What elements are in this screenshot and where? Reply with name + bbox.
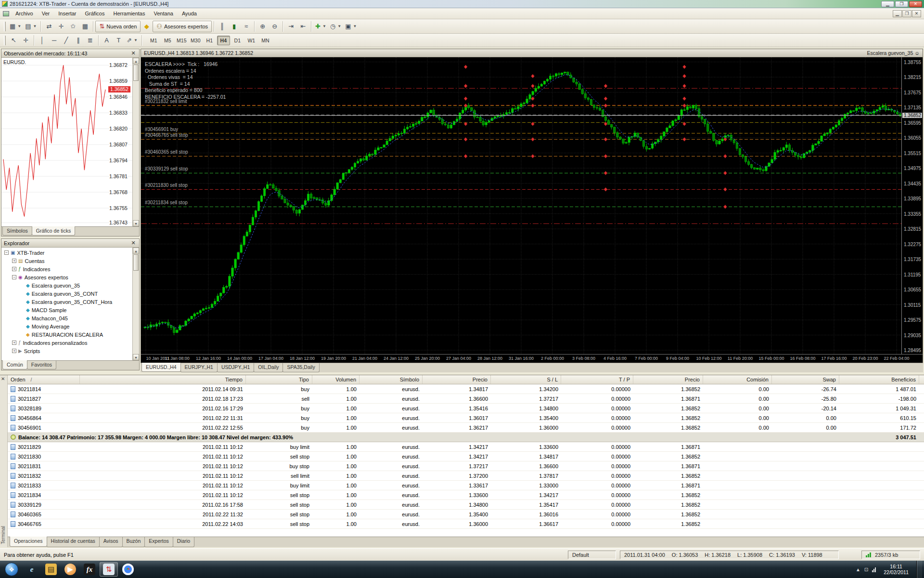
timeframe-m30[interactable]: M30 <box>189 36 202 45</box>
pending-order-row[interactable]: 304667652011.02.22 14:03sell stop1.00eur… <box>8 519 924 529</box>
zoom-out-button[interactable]: ⊖ <box>269 21 281 32</box>
text-button[interactable]: A <box>101 35 113 46</box>
channel-button[interactable]: ∥ <box>72 35 84 46</box>
scroll-up-icon[interactable]: ▲ <box>133 58 139 64</box>
line-chart-button[interactable]: ≈ <box>240 21 252 32</box>
menu-ayuda[interactable]: Ayuda <box>178 9 201 18</box>
tab-gr-fico-de-ticks[interactable]: Gráfico de ticks <box>32 226 75 236</box>
menu-herramientas[interactable]: Herramientas <box>109 9 149 18</box>
pending-order-row[interactable]: 304603652011.02.22 11:32sell stop1.00eur… <box>8 510 924 519</box>
tree-item-restauracion-escalera[interactable]: ◆RESTAURACION ESCALERA <box>1 330 139 339</box>
mdi-restore-button[interactable]: ❐ <box>902 10 911 17</box>
tree-item-cuentas[interactable]: +▤Cuentas <box>1 257 139 265</box>
label-button[interactable]: T <box>113 35 125 46</box>
terminal-tab-operaciones[interactable]: Operaciones <box>10 537 47 547</box>
horizontal-line-button[interactable]: ─ <box>48 35 60 46</box>
tray-window-icon[interactable]: ⊡ <box>864 567 868 572</box>
periods-button[interactable]: ◷▼ <box>328 21 343 32</box>
expert-advisors-button[interactable]: ⚇Asesores expertos <box>153 21 212 32</box>
menu-grficos[interactable]: Gráficos <box>81 9 109 18</box>
crosshair-button[interactable]: ✛ <box>20 35 32 46</box>
start-button[interactable]: ❖ <box>5 563 18 576</box>
expand-icon[interactable]: + <box>12 259 16 263</box>
taskbar-metatrader-button[interactable]: ⇅ <box>100 562 118 577</box>
menu-ventana[interactable]: Ventana <box>150 9 178 18</box>
menu-insertar[interactable]: Insertar <box>54 9 80 18</box>
tab-com-n[interactable]: Común <box>2 360 27 369</box>
scroll-up-icon[interactable]: ▲ <box>133 248 139 254</box>
market-watch-toggle[interactable]: ⇄ <box>43 21 55 32</box>
expand-icon[interactable]: + <box>12 349 16 353</box>
tab-favoritos[interactable]: Favoritos <box>27 361 56 369</box>
tree-item-asesores-expertos[interactable]: −◉Asesores expertos <box>1 273 139 281</box>
timeframe-m5[interactable]: M5 <box>161 36 174 45</box>
timeframe-m15[interactable]: M15 <box>175 36 188 45</box>
minimize-button[interactable]: ▁ <box>881 1 894 7</box>
order-row[interactable]: 304569012011.02.22 12:55buy1.00eurusd.1.… <box>8 423 924 433</box>
terminal-close-icon[interactable]: ✕ <box>1 376 5 381</box>
column-header-volumen[interactable]: Volumen <box>312 375 359 384</box>
scrollbar-thumb[interactable] <box>133 254 139 271</box>
column-header-comisin[interactable]: Comisión <box>703 375 772 384</box>
expand-icon[interactable]: + <box>12 267 16 271</box>
pending-order-row[interactable]: 302118292011.02.11 10:12buy limit1.00eur… <box>8 442 924 452</box>
close-button[interactable]: ✕ <box>909 1 922 7</box>
status-profile[interactable]: Default <box>568 551 616 559</box>
order-row[interactable]: 304568642011.02.22 11:31buy1.00eurusd.1.… <box>8 413 924 423</box>
column-header-swap[interactable]: Swap <box>772 375 839 384</box>
tab-s-mbolos[interactable]: Símbolos <box>2 227 32 236</box>
column-header-sl[interactable]: S / L <box>491 375 561 384</box>
auto-scroll-button[interactable]: ⇥ <box>285 21 297 32</box>
taskbar-media-player-button[interactable]: ▶ <box>61 562 79 577</box>
time-axis[interactable]: 10 Jan 201111 Jan 08:0012 Jan 16:0014 Ja… <box>141 354 923 363</box>
tree-item-escalera-guevon-35-cont[interactable]: ◆Escalera guevon_35_CONT <box>1 289 139 298</box>
new-order-button[interactable]: ⇅Nueva orden <box>95 21 141 32</box>
tree-item-xtb-trader[interactable]: −▣XTB-Trader <box>1 249 139 257</box>
new-chart-button[interactable]: ▦▼ <box>8 21 23 32</box>
navigator-scrollbar[interactable]: ▲ ▼ <box>132 248 139 360</box>
navigator-header[interactable]: Explorador ✕ <box>1 239 139 248</box>
pending-order-row[interactable]: 302118332011.02.11 10:12buy limit1.00eur… <box>8 481 924 490</box>
scroll-down-icon[interactable]: ▼ <box>133 354 139 360</box>
arrows-button[interactable]: ⇗▼ <box>125 35 140 46</box>
taskbar-chrome-button[interactable] <box>119 562 137 577</box>
collapse-icon[interactable]: − <box>4 250 9 255</box>
balance-row[interactable]: Balance: 14 308.47 Patrimonio: 17 355.98… <box>8 433 924 442</box>
expand-icon[interactable]: + <box>12 341 16 345</box>
timeframe-w1[interactable]: W1 <box>245 36 258 45</box>
taskbar-metaeditor-button[interactable]: fx <box>80 562 99 577</box>
candlestick-chart[interactable]: ESCALERA >>>> Tick : 16946 Ordenes escal… <box>141 57 923 354</box>
chart-canvas[interactable] <box>141 57 901 354</box>
trendline-button[interactable]: ╱ <box>60 35 72 46</box>
column-header-tp[interactable]: T / P <box>561 375 633 384</box>
data-window-toggle[interactable]: ✛ <box>55 21 67 32</box>
timeframe-mn[interactable]: MN <box>259 36 272 45</box>
timeframe-h1[interactable]: H1 <box>203 36 216 45</box>
terminal-tab-avisos[interactable]: Avisos <box>99 537 123 547</box>
pending-order-row[interactable]: 302118312011.02.11 10:12buy stop1.00euru… <box>8 461 924 471</box>
navigator-toggle[interactable]: ✩ <box>67 21 79 32</box>
pending-order-row[interactable]: 302118302011.02.11 10:12sell stop1.00eur… <box>8 452 924 461</box>
price-scale[interactable]: 1.387551.382151.376751.371351.365951.360… <box>901 57 923 354</box>
profiles-button[interactable]: ▤▼ <box>23 21 38 32</box>
indicators-button[interactable]: ✚▼ <box>313 21 328 32</box>
scrollbar-thumb[interactable] <box>133 65 139 81</box>
terminal-tab-diario[interactable]: Diario <box>173 537 194 547</box>
scroll-down-icon[interactable]: ▼ <box>133 220 139 226</box>
bar-chart-button[interactable]: ║ <box>216 21 228 32</box>
pending-order-row[interactable]: 302118342011.02.11 10:12sell stop1.00eur… <box>8 490 924 500</box>
tree-item-moving-average[interactable]: ◆Moving Average <box>1 322 139 330</box>
chart-shift-button[interactable]: ⇤ <box>297 21 309 32</box>
market-watch-scrollbar[interactable]: ▲ ▼ <box>132 58 139 226</box>
candlestick-button[interactable]: ▮ <box>228 21 240 32</box>
network-icon[interactable] <box>872 567 876 572</box>
timeframe-m1[interactable]: M1 <box>147 36 160 45</box>
tree-item-macd-sample[interactable]: ◆MACD Sample <box>1 306 139 314</box>
timeframe-d1[interactable]: D1 <box>231 36 244 45</box>
collapse-icon[interactable]: − <box>12 275 16 279</box>
zoom-in-button[interactable]: ⊕ <box>257 21 269 32</box>
column-header-precio[interactable]: Precio <box>633 375 703 384</box>
show-desktop-button[interactable] <box>916 561 922 578</box>
mdi-system-menu-icon[interactable] <box>3 11 9 16</box>
ea-smiley-icon[interactable]: ☺ <box>914 50 920 56</box>
